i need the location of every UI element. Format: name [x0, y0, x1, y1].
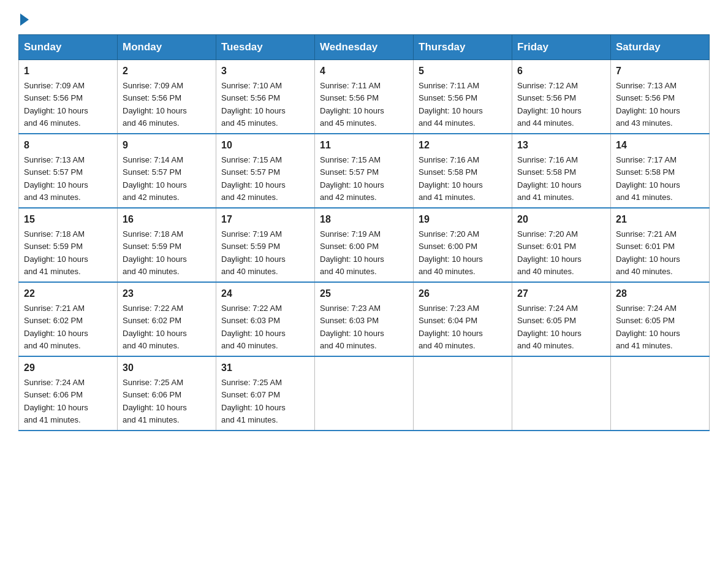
day-info: Sunrise: 7:21 AMSunset: 6:01 PMDaylight:… — [616, 229, 680, 276]
day-number: 28 — [616, 286, 704, 301]
day-number: 15 — [24, 212, 112, 227]
calendar-table: SundayMondayTuesdayWednesdayThursdayFrid… — [18, 34, 710, 431]
day-number: 8 — [24, 138, 112, 153]
calendar-cell: 25 Sunrise: 7:23 AMSunset: 6:03 PMDaylig… — [315, 282, 414, 356]
day-number: 22 — [24, 286, 112, 301]
calendar-week-5: 29 Sunrise: 7:24 AMSunset: 6:06 PMDaylig… — [19, 356, 710, 431]
calendar-cell: 6 Sunrise: 7:12 AMSunset: 5:56 PMDayligh… — [512, 60, 611, 134]
calendar-cell: 31 Sunrise: 7:25 AMSunset: 6:07 PMDaylig… — [216, 356, 315, 431]
day-number: 31 — [221, 361, 309, 375]
day-number: 30 — [123, 361, 211, 375]
calendar-cell: 16 Sunrise: 7:18 AMSunset: 5:59 PMDaylig… — [118, 208, 216, 282]
day-info: Sunrise: 7:13 AMSunset: 5:56 PMDaylight:… — [616, 81, 680, 128]
calendar-cell: 17 Sunrise: 7:19 AMSunset: 5:59 PMDaylig… — [216, 208, 315, 282]
day-number: 14 — [616, 138, 704, 153]
calendar-header-monday: Monday — [118, 35, 216, 60]
day-number: 29 — [24, 361, 112, 375]
day-number: 2 — [123, 64, 211, 79]
day-number: 21 — [616, 212, 704, 227]
day-number: 16 — [123, 212, 211, 227]
day-info: Sunrise: 7:15 AMSunset: 5:57 PMDaylight:… — [320, 155, 384, 202]
day-info: Sunrise: 7:22 AMSunset: 6:03 PMDaylight:… — [221, 304, 286, 350]
day-info: Sunrise: 7:09 AMSunset: 5:56 PMDaylight:… — [123, 81, 187, 128]
day-number: 13 — [517, 138, 605, 153]
day-info: Sunrise: 7:23 AMSunset: 6:04 PMDaylight:… — [419, 304, 483, 350]
day-info: Sunrise: 7:21 AMSunset: 6:02 PMDaylight:… — [24, 304, 88, 350]
calendar-cell: 18 Sunrise: 7:19 AMSunset: 6:00 PMDaylig… — [315, 208, 414, 282]
calendar-header-row: SundayMondayTuesdayWednesdayThursdayFrid… — [19, 35, 710, 60]
day-info: Sunrise: 7:14 AMSunset: 5:57 PMDaylight:… — [123, 155, 187, 202]
calendar-cell: 21 Sunrise: 7:21 AMSunset: 6:01 PMDaylig… — [611, 208, 710, 282]
calendar-cell: 1 Sunrise: 7:09 AMSunset: 5:56 PMDayligh… — [19, 60, 118, 134]
day-number: 24 — [221, 286, 309, 301]
calendar-cell: 3 Sunrise: 7:10 AMSunset: 5:56 PMDayligh… — [216, 60, 315, 134]
calendar-header-thursday: Thursday — [414, 35, 512, 60]
day-number: 27 — [517, 286, 605, 301]
calendar-cell: 26 Sunrise: 7:23 AMSunset: 6:04 PMDaylig… — [414, 282, 512, 356]
calendar-cell: 10 Sunrise: 7:15 AMSunset: 5:57 PMDaylig… — [216, 134, 315, 208]
calendar-cell: 22 Sunrise: 7:21 AMSunset: 6:02 PMDaylig… — [19, 282, 118, 356]
calendar-cell — [414, 356, 512, 431]
calendar-cell: 20 Sunrise: 7:20 AMSunset: 6:01 PMDaylig… — [512, 208, 611, 282]
calendar-cell: 19 Sunrise: 7:20 AMSunset: 6:00 PMDaylig… — [414, 208, 512, 282]
day-number: 23 — [123, 286, 211, 301]
calendar-cell: 13 Sunrise: 7:16 AMSunset: 5:58 PMDaylig… — [512, 134, 611, 208]
day-number: 3 — [221, 64, 309, 79]
calendar-header-sunday: Sunday — [19, 35, 118, 60]
day-info: Sunrise: 7:20 AMSunset: 6:01 PMDaylight:… — [517, 229, 582, 276]
day-info: Sunrise: 7:15 AMSunset: 5:57 PMDaylight:… — [221, 155, 286, 202]
calendar-cell: 23 Sunrise: 7:22 AMSunset: 6:02 PMDaylig… — [118, 282, 216, 356]
day-info: Sunrise: 7:22 AMSunset: 6:02 PMDaylight:… — [123, 304, 187, 350]
calendar-cell: 4 Sunrise: 7:11 AMSunset: 5:56 PMDayligh… — [315, 60, 414, 134]
calendar-cell: 24 Sunrise: 7:22 AMSunset: 6:03 PMDaylig… — [216, 282, 315, 356]
day-number: 10 — [221, 138, 309, 153]
calendar-cell — [611, 356, 710, 431]
page-header — [18, 12, 710, 23]
day-info: Sunrise: 7:24 AMSunset: 6:05 PMDaylight:… — [517, 304, 582, 350]
calendar-cell — [315, 356, 414, 431]
day-number: 4 — [320, 64, 408, 79]
day-info: Sunrise: 7:16 AMSunset: 5:58 PMDaylight:… — [517, 155, 582, 202]
day-number: 5 — [419, 64, 507, 79]
day-info: Sunrise: 7:11 AMSunset: 5:56 PMDaylight:… — [419, 81, 483, 128]
day-info: Sunrise: 7:25 AMSunset: 6:07 PMDaylight:… — [221, 378, 286, 424]
day-number: 25 — [320, 286, 408, 301]
day-info: Sunrise: 7:13 AMSunset: 5:57 PMDaylight:… — [24, 155, 88, 202]
calendar-week-3: 15 Sunrise: 7:18 AMSunset: 5:59 PMDaylig… — [19, 208, 710, 282]
day-info: Sunrise: 7:12 AMSunset: 5:56 PMDaylight:… — [517, 81, 582, 128]
day-number: 18 — [320, 212, 408, 227]
day-number: 11 — [320, 138, 408, 153]
day-info: Sunrise: 7:20 AMSunset: 6:00 PMDaylight:… — [419, 229, 483, 276]
logo — [18, 12, 29, 23]
day-info: Sunrise: 7:18 AMSunset: 5:59 PMDaylight:… — [123, 229, 187, 276]
calendar-header-friday: Friday — [512, 35, 611, 60]
day-info: Sunrise: 7:24 AMSunset: 6:05 PMDaylight:… — [616, 304, 680, 350]
day-number: 9 — [123, 138, 211, 153]
day-info: Sunrise: 7:11 AMSunset: 5:56 PMDaylight:… — [320, 81, 384, 128]
day-number: 12 — [419, 138, 507, 153]
calendar-cell — [512, 356, 611, 431]
calendar-cell: 27 Sunrise: 7:24 AMSunset: 6:05 PMDaylig… — [512, 282, 611, 356]
calendar-cell: 29 Sunrise: 7:24 AMSunset: 6:06 PMDaylig… — [19, 356, 118, 431]
calendar-header-wednesday: Wednesday — [315, 35, 414, 60]
calendar-cell: 5 Sunrise: 7:11 AMSunset: 5:56 PMDayligh… — [414, 60, 512, 134]
calendar-cell: 30 Sunrise: 7:25 AMSunset: 6:06 PMDaylig… — [118, 356, 216, 431]
calendar-week-4: 22 Sunrise: 7:21 AMSunset: 6:02 PMDaylig… — [19, 282, 710, 356]
day-info: Sunrise: 7:25 AMSunset: 6:06 PMDaylight:… — [123, 378, 187, 424]
calendar-week-2: 8 Sunrise: 7:13 AMSunset: 5:57 PMDayligh… — [19, 134, 710, 208]
calendar-cell: 15 Sunrise: 7:18 AMSunset: 5:59 PMDaylig… — [19, 208, 118, 282]
calendar-cell: 8 Sunrise: 7:13 AMSunset: 5:57 PMDayligh… — [19, 134, 118, 208]
day-info: Sunrise: 7:10 AMSunset: 5:56 PMDaylight:… — [221, 81, 286, 128]
day-info: Sunrise: 7:19 AMSunset: 6:00 PMDaylight:… — [320, 229, 384, 276]
day-info: Sunrise: 7:24 AMSunset: 6:06 PMDaylight:… — [24, 378, 88, 424]
calendar-header-tuesday: Tuesday — [216, 35, 315, 60]
calendar-header-saturday: Saturday — [611, 35, 710, 60]
calendar-cell: 11 Sunrise: 7:15 AMSunset: 5:57 PMDaylig… — [315, 134, 414, 208]
logo-triangle-icon — [20, 13, 29, 26]
day-number: 17 — [221, 212, 309, 227]
day-info: Sunrise: 7:23 AMSunset: 6:03 PMDaylight:… — [320, 304, 384, 350]
day-number: 20 — [517, 212, 605, 227]
calendar-cell: 2 Sunrise: 7:09 AMSunset: 5:56 PMDayligh… — [118, 60, 216, 134]
day-number: 7 — [616, 64, 704, 79]
day-number: 1 — [24, 64, 112, 79]
